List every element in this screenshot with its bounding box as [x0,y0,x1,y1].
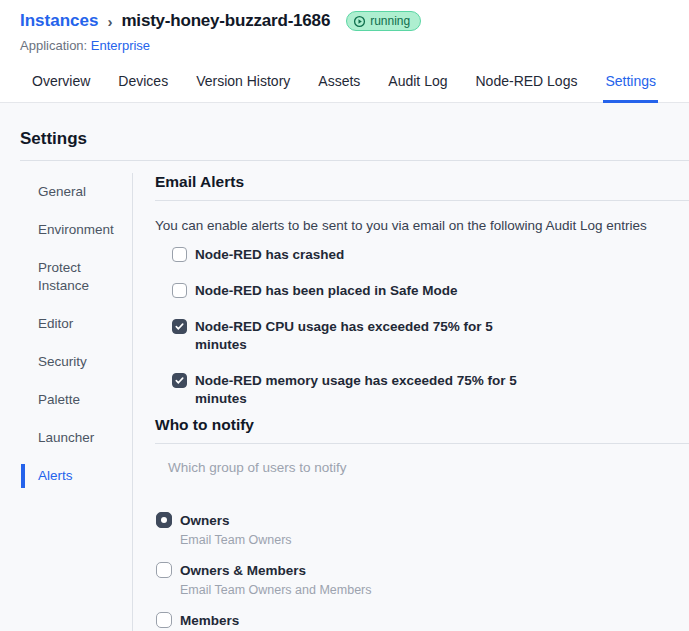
application-row: Application: Enterprise [20,38,669,53]
sidebar-item-environment[interactable]: Environment [0,211,132,249]
sidebar-item-palette[interactable]: Palette [0,381,132,419]
checkbox-unchecked[interactable] [172,283,187,298]
settings-main: Email Alerts You can enable alerts to be… [133,173,689,631]
who-to-notify-description: Which group of users to notify [168,459,689,476]
section-email-alerts: Email Alerts You can enable alerts to be… [155,173,689,408]
breadcrumb-instances-link[interactable]: Instances [20,11,98,31]
checkbox-checked-icon[interactable] [172,373,187,388]
alert-option-node-red-has-crashed[interactable]: Node-RED has crashed [172,246,689,264]
tab-settings[interactable]: Settings [603,62,658,103]
notify-option-label[interactable]: Owners & Members [180,562,372,579]
notify-option-texts: Owners & MembersEmail Team Owners and Me… [180,562,372,598]
alert-option-node-red-has-been-placed-in-safe-mode[interactable]: Node-RED has been placed in Safe Mode [172,282,689,300]
notify-option-label[interactable]: Members [180,612,301,629]
email-alerts-options: Node-RED has crashedNode-RED has been pl… [155,246,689,408]
alert-option-label[interactable]: Node-RED CPU usage has exceeded 75% for … [195,318,538,354]
email-alerts-title: Email Alerts [155,173,689,201]
notify-option-sublabel: Email Team Owners and Members [180,583,372,598]
settings-sidebar: GeneralEnvironmentProtect InstanceEditor… [0,173,133,631]
sidebar-item-protect-instance[interactable]: Protect Instance [0,249,132,305]
sidebar-item-general[interactable]: General [0,173,132,211]
instance-name: misty-honey-buzzard-1686 [121,11,330,31]
notify-option-label[interactable]: Owners [180,512,292,529]
notify-option-sublabel: Email Team Owners [180,533,292,548]
sidebar-item-editor[interactable]: Editor [0,305,132,343]
settings-page: Settings GeneralEnvironmentProtect Insta… [0,103,689,631]
sidebar-item-security[interactable]: Security [0,343,132,381]
radio-dot [161,517,167,523]
who-to-notify-options: OwnersEmail Team OwnersOwners & MembersE… [155,512,689,631]
tab-overview[interactable]: Overview [30,62,92,103]
status-badge: running [346,11,421,31]
page-title: Settings [20,129,689,161]
sidebar-item-alerts[interactable]: Alerts [0,457,132,495]
page-header: Instances › misty-honey-buzzard-1686 run… [0,0,689,53]
checkbox-checked-icon[interactable] [172,319,187,334]
tab-devices[interactable]: Devices [116,62,170,103]
tab-assets[interactable]: Assets [316,62,362,103]
who-to-notify-title: Who to notify [155,416,689,444]
sidebar-item-launcher[interactable]: Launcher [0,419,132,457]
status-badge-label: running [370,14,410,28]
tab-node-red-logs[interactable]: Node-RED Logs [474,62,580,103]
chevron-right-icon: › [107,13,112,30]
notify-option-owners-members[interactable]: Owners & MembersEmail Team Owners and Me… [156,562,689,598]
alert-option-node-red-memory-usage-has-exceeded-75-for-5-minutes[interactable]: Node-RED memory usage has exceeded 75% f… [172,372,689,408]
notify-option-texts: MembersEmail Team Members [180,612,301,631]
alert-option-label[interactable]: Node-RED has been placed in Safe Mode [195,282,458,300]
notify-option-members[interactable]: MembersEmail Team Members [156,612,689,631]
radio-selected-icon[interactable] [156,512,172,528]
radio-unselected[interactable] [156,562,172,578]
breadcrumb: Instances › misty-honey-buzzard-1686 run… [20,11,669,31]
checkbox-unchecked[interactable] [172,247,187,262]
alert-option-label[interactable]: Node-RED memory usage has exceeded 75% f… [195,372,538,408]
tab-audit-log[interactable]: Audit Log [386,62,449,103]
instance-tabs: OverviewDevicesVersion HistoryAssetsAudi… [0,62,689,103]
alert-option-label[interactable]: Node-RED has crashed [195,246,344,264]
application-link[interactable]: Enterprise [91,38,150,53]
tab-version-history[interactable]: Version History [194,62,292,103]
section-who-to-notify: Who to notify Which group of users to no… [155,416,689,631]
application-label: Application: [20,38,87,53]
notify-option-texts: OwnersEmail Team Owners [180,512,292,548]
play-circle-icon [353,15,366,28]
radio-unselected[interactable] [156,612,172,628]
notify-option-owners[interactable]: OwnersEmail Team Owners [156,512,689,548]
alert-option-node-red-cpu-usage-has-exceeded-75-for-5-minutes[interactable]: Node-RED CPU usage has exceeded 75% for … [172,318,689,354]
email-alerts-description: You can enable alerts to be sent to you … [155,217,689,234]
